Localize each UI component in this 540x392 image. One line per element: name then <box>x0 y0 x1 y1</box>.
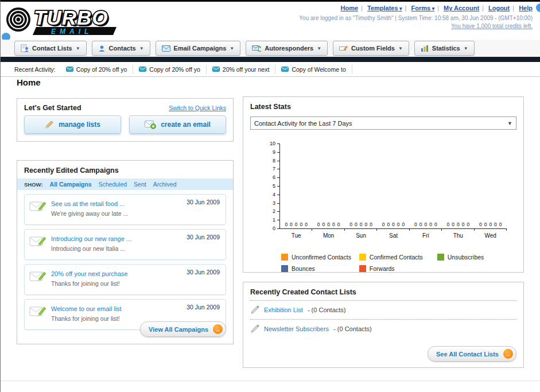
chart-value-label: 0 <box>429 222 432 227</box>
contact-list-count: - (0 Contacts) <box>333 325 372 332</box>
nav-tab-label: Contacts <box>109 45 136 52</box>
tab-sent[interactable]: Sent <box>134 181 146 188</box>
chart-value-labels: 00000 <box>442 222 474 227</box>
y-axis-label: 7 <box>248 166 275 172</box>
contact-list-icon <box>21 44 29 52</box>
chart-day-group: 00000Wed <box>475 143 507 228</box>
campaign-title-link[interactable]: Welcome to our email list <box>51 305 122 312</box>
campaign-title-link[interactable]: 20% off your next purchase <box>51 270 128 277</box>
chart-value-label: 0 <box>446 222 449 227</box>
nav-tab-custom-fields[interactable]: Custom Fields▼ <box>333 41 409 56</box>
recent-activity-text: Copy of 20% off yo <box>76 66 127 73</box>
campaign-row: Introducing our new range ... Introducin… <box>24 229 226 260</box>
x-axis-label: Mon <box>312 232 344 239</box>
campaign-date: 30 Jun 2009 <box>187 304 220 311</box>
recent-activity-item[interactable]: Copy of 20% off yo <box>133 65 207 74</box>
chart-value-label: 0 <box>397 222 400 227</box>
legend-label: Unconfirmed Contacts <box>292 254 351 261</box>
campaign-subtitle: We're giving away our late ... <box>51 210 221 217</box>
legend-item: Bounces <box>281 265 359 272</box>
arrow-right-icon: → <box>213 324 223 334</box>
nav-tab-label: Email Campaigns <box>174 45 227 52</box>
contact-list-link[interactable]: Newsletter Subscribers <box>264 325 329 332</box>
top-nav-forms[interactable]: Forms <box>411 5 435 11</box>
top-nav-my-account[interactable]: My Account <box>444 5 479 11</box>
chart-day-group: 00000Mon <box>312 143 344 228</box>
chart-value-labels: 00000 <box>312 222 344 227</box>
recent-activity-item[interactable]: Copy of Welcome to <box>275 65 352 74</box>
legend-item: Unsubscribes <box>437 254 515 261</box>
pencil-icon <box>250 305 259 315</box>
chart-value-label: 0 <box>305 222 308 227</box>
chart-value-label: 0 <box>457 222 460 227</box>
chart-value-label: 0 <box>434 222 437 227</box>
chart-value-label: 0 <box>452 222 454 227</box>
divider: | <box>405 5 407 11</box>
contact-activity-chart: 012345678910 00000Tue00000Mon00000Sun000… <box>248 138 519 246</box>
legend-label: Bounces <box>292 265 315 272</box>
contact-list-link[interactable]: Exhibition List <box>264 306 303 313</box>
chart-value-labels: 00000 <box>280 222 312 227</box>
email-campaigns-icon <box>162 45 170 52</box>
top-nav-help[interactable]: Help <box>519 5 533 11</box>
x-axis-label: Wed <box>475 232 507 239</box>
chart-value-label: 0 <box>414 222 417 227</box>
view-all-campaigns-button[interactable]: View All Campaigns → <box>140 321 226 337</box>
switch-quick-links-link[interactable]: Switch to Quick Links <box>169 104 226 111</box>
chart-value-label: 0 <box>419 222 422 227</box>
footer-divider <box>1 381 540 381</box>
chart-value-label: 0 <box>402 222 405 227</box>
tab-archived[interactable]: Archived <box>153 181 177 188</box>
stats-range-dropdown[interactable]: Contact Activity for the Last 7 Days ▼ <box>250 117 516 130</box>
chart-value-label: 0 <box>349 222 352 227</box>
x-axis-label: Thu <box>442 232 474 239</box>
header: TURBO TURBO EMAIL Home| Templates| Forms… <box>1 2 540 38</box>
see-all-contact-lists-button[interactable]: See All Contact Lists → <box>428 346 516 362</box>
chart-value-label: 0 <box>327 222 330 227</box>
nav-tab-label: Statistics <box>432 45 460 52</box>
chart-groups: 00000Tue00000Mon00000Sun00000Sat00000Fri… <box>280 143 507 228</box>
nav-tab-statistics[interactable]: Statistics▼ <box>414 41 475 56</box>
tab-all-campaigns[interactable]: All Campaigns <box>50 181 92 188</box>
chart-value-label: 0 <box>295 222 298 227</box>
chart-value-labels: 00000 <box>410 222 442 227</box>
envelope-icon <box>66 67 73 72</box>
legend-label: Confirmed Contacts <box>370 254 423 261</box>
top-nav-logout[interactable]: Logout <box>488 5 510 11</box>
contact-list-row: Newsletter Subscribers - (0 Contacts) <box>243 320 523 338</box>
nav-tab-label: Custom Fields <box>351 45 395 52</box>
view-all-campaigns-label: View All Campaigns <box>149 326 208 333</box>
legend-label: Unsubscribes <box>448 254 484 261</box>
nav-tab-contact-lists[interactable]: Contact Lists▼ <box>14 41 87 56</box>
campaign-title-link[interactable]: See us at the retail food ... <box>51 200 125 207</box>
page-title: Home <box>17 77 41 87</box>
nav-tab-email-campaigns[interactable]: Email Campaigns▼ <box>156 41 241 56</box>
y-axis-label: 3 <box>248 200 275 206</box>
chart-day-group: 00000Sat <box>377 143 409 228</box>
app-logo[interactable]: TURBO TURBO EMAIL <box>4 4 156 38</box>
chart-value-label: 0 <box>467 222 469 227</box>
campaign-subtitle: Introducing our new Italia ... <box>51 245 221 252</box>
divider: | <box>512 5 514 11</box>
divider: | <box>482 5 484 11</box>
create-email-button[interactable]: create an email <box>129 115 226 134</box>
nav-tab-autoresponders[interactable]: Autoresponders▼ <box>246 41 328 56</box>
top-nav-templates[interactable]: Templates <box>367 5 402 11</box>
chevron-down-icon: ▼ <box>507 121 512 126</box>
legend-item: Unconfirmed Contacts <box>281 254 359 261</box>
nav-tab-contacts[interactable]: Contacts▼ <box>92 41 150 56</box>
recent-activity-item[interactable]: Copy of 20% off yo <box>60 65 134 74</box>
campaigns-panel-title: Recently Edited Campaigns <box>17 161 233 178</box>
campaign-title-link[interactable]: Introducing our new range ... <box>51 235 131 242</box>
contact-list-row: Exhibition List - (0 Contacts) <box>243 301 523 319</box>
y-axis-label: 2 <box>248 208 275 214</box>
pencil-icon <box>45 120 54 129</box>
main-nav: Contact Lists▼ Contacts▼ Email Campaigns… <box>1 40 540 57</box>
legend-swatch <box>359 265 366 272</box>
legend-swatch <box>359 254 366 261</box>
recent-activity-item[interactable]: 20% off your next <box>207 65 276 74</box>
manage-lists-button[interactable]: manage lists <box>24 115 121 134</box>
tab-scheduled[interactable]: Scheduled <box>98 181 127 188</box>
top-nav-home[interactable]: Home <box>341 5 359 11</box>
chart-day-group: 00000Tue <box>280 143 312 228</box>
